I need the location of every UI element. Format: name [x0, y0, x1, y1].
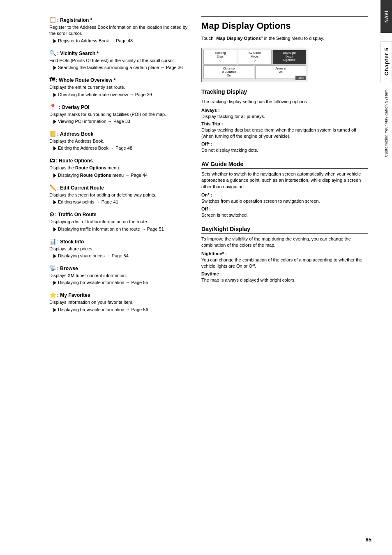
arrow-icon — [53, 227, 56, 231]
left-column: 📋: Registration * Register to the Addres… — [49, 16, 189, 539]
overlay-poi-ref: Viewing POI information → Page 33 — [53, 119, 189, 124]
stock-title: 📊: Stock Info — [49, 238, 189, 245]
av-guide-title: AV Guide Mode — [201, 161, 368, 169]
stock-desc: Displays share prices. — [49, 246, 189, 252]
section-route-options: 🗂: Route Options Displays the Route Opti… — [49, 157, 189, 177]
vicinity-icon: 🔍 — [49, 50, 56, 56]
customizing-tab: Customizing Your Navigation System — [380, 86, 392, 160]
address-book-ref: Editing the Address Book → Page 48 — [53, 146, 189, 150]
whole-route-desc: Displays the entire currently set route. — [49, 84, 189, 90]
section-overlay-poi: 📍 : Overlay POI Displays marks for surro… — [49, 104, 189, 124]
route-options-desc: Displays the Route Options menu. — [49, 165, 189, 171]
arrow-icon — [53, 254, 56, 258]
my-favorites-title: ⭐: My Favorites — [49, 291, 189, 298]
browse-ref: Displaying browsable information → Page … — [53, 280, 189, 285]
day-night-desc: To improve the visibility of the map dur… — [201, 236, 368, 249]
right-column: Map Display Options Touch "Map Display O… — [201, 16, 368, 539]
screen-cell-day-night: Day/NightDisp./Nighttime — [272, 50, 306, 65]
av-guide-on-desc: Switches from audio operation screen to … — [201, 198, 368, 204]
tracking-this-trip-title: This Trip : — [201, 121, 368, 126]
day-night-daytime-desc: The map is always displayed with bright … — [201, 277, 368, 283]
section-stock: 📊: Stock Info Displays share prices. Dis… — [49, 238, 189, 258]
av-guide-off-desc: Screen is not switched. — [201, 212, 368, 218]
overlay-poi-title: 📍 : Overlay POI — [49, 104, 189, 110]
route-options-ref: Displaying Route Options menu → Page 44 — [53, 173, 189, 178]
tracking-display-desc: The tracking display setting has the fol… — [201, 99, 368, 105]
section-traffic: ⊙: Traffic On Route Displaying a list of… — [49, 211, 189, 231]
edit-route-ref: Editing way points → Page 41 — [53, 199, 189, 204]
av-guide-off-title: Off : — [201, 206, 368, 211]
my-favorites-desc: Displays information on your favorite it… — [49, 299, 189, 305]
tracking-always-desc: Display tracking for all journeys. — [201, 113, 368, 120]
traffic-ref: Displaying traffic information on the ro… — [53, 227, 189, 231]
whole-route-ref: Checking the whole route overview → Page… — [53, 92, 189, 97]
browse-icon: 📡 — [49, 265, 56, 271]
registration-title: 📋: Registration * — [49, 16, 189, 23]
page-number: 65 — [366, 536, 371, 543]
screen-back-button[interactable]: Back — [295, 76, 306, 80]
tracking-display-title: Tracking Display — [201, 88, 368, 96]
section-registration: 📋: Registration * Register to the Addres… — [49, 16, 189, 43]
tracking-off-desc: Do not display tracking dots. — [201, 147, 368, 153]
my-favorites-ref: Displaying browsable information → Page … — [53, 307, 189, 312]
screen-grid-row1: TrackingDisp.○ AV GuideMode:○ Day/NightD… — [203, 50, 306, 65]
traffic-title: ⊙: Traffic On Route — [49, 211, 189, 217]
arrow-icon — [53, 173, 56, 178]
arrow-icon — [53, 281, 56, 285]
traffic-desc: Displaying a list of traffic information… — [49, 219, 189, 225]
section-my-favorites: ⭐: My Favorites Displays information on … — [49, 291, 189, 312]
tracking-always-title: Always : — [201, 108, 368, 113]
tracking-display-section: Tracking Display The tracking display se… — [201, 88, 368, 153]
overlay-icon: 📍 — [49, 104, 56, 110]
address-book-desc: Displays the Address Book. — [49, 138, 189, 144]
main-content: 📋: Registration * Register to the Addres… — [0, 0, 380, 555]
section-vicinity: 🔍: Vicinity Search * Find POIs (Points O… — [49, 50, 189, 70]
arrow-icon — [53, 39, 56, 43]
day-night-nighttime-desc: You can change the combination of the co… — [201, 257, 368, 270]
chapter-tab: Chapter 5 — [380, 41, 392, 82]
edit-route-desc: Displays the screen for adding or deleti… — [49, 192, 189, 198]
traffic-icon: ⊙ — [49, 211, 54, 217]
stock-icon: 📊 — [49, 238, 56, 245]
registration-ref: Register to Address Book → Page 48 — [53, 38, 189, 43]
av-guide-desc: Sets whether to switch to the navigation… — [201, 171, 368, 190]
tracking-off-title: Off* : — [201, 141, 368, 146]
map-display-intro: Touch "Map Display Options" in the Setti… — [201, 35, 368, 42]
browse-desc: Displays XM tuner content information. — [49, 273, 189, 279]
edit-route-title: ✏️: Edit Current Route — [49, 184, 189, 191]
arrow-icon — [53, 120, 56, 124]
addressbook-icon: 📒 — [49, 130, 56, 137]
side-tabs: NAVI Chapter 5 Customizing Your Navigati… — [380, 0, 392, 555]
arrow-icon — [53, 308, 56, 312]
day-night-nighttime-title: Nighttime* : — [201, 251, 368, 256]
arrow-icon — [53, 93, 56, 97]
arrow-icon — [53, 66, 56, 70]
screen-grid-row2: Close-upor JunctionOn Arrow inOn — [203, 65, 306, 79]
stock-ref: Displaying share prices → Page 54 — [53, 253, 189, 258]
registration-icon: 📋 — [49, 16, 56, 23]
section-address-book: 📒: Address Book Displays the Address Boo… — [49, 130, 189, 150]
day-night-daytime-title: Daytime : — [201, 271, 368, 276]
route-options-title: 🗂: Route Options — [49, 157, 189, 164]
editroute-icon: ✏️ — [49, 184, 56, 191]
browse-title: 📡: Browse — [49, 265, 189, 271]
screen-cell-tracking: TrackingDisp.○ — [203, 50, 237, 65]
screen-mockup: TrackingDisp.○ AV GuideMode:○ Day/NightD… — [201, 48, 308, 82]
vicinity-ref: Searching the facilities surrounding a c… — [53, 65, 189, 70]
map-display-title: Map Display Options — [201, 16, 368, 31]
routeoptions-icon: 🗂 — [49, 157, 55, 164]
arrow-icon — [53, 146, 56, 150]
section-browse: 📡: Browse Displays XM tuner content info… — [49, 265, 189, 285]
vicinity-title: 🔍: Vicinity Search * — [49, 50, 189, 56]
myfav-icon: ⭐ — [49, 291, 56, 298]
screen-cell-av-guide: AV GuideMode:○ — [238, 50, 272, 65]
tracking-this-trip-desc: Display tracking dots but erase them whe… — [201, 127, 368, 140]
whole-route-title: 🗺: Whole Route Overview * — [49, 76, 189, 83]
day-night-title: Day/Night Display — [201, 226, 368, 234]
av-guide-on-title: On* : — [201, 192, 368, 197]
registration-desc: Register to the Address Book information… — [49, 24, 189, 37]
av-guide-section: AV Guide Mode Sets whether to switch to … — [201, 161, 368, 218]
address-book-title: 📒: Address Book — [49, 130, 189, 137]
vicinity-desc: Find POIs (Points Of Interest) in the vi… — [49, 58, 189, 64]
overlay-poi-desc: Displays marks for surrounding facilitie… — [49, 111, 189, 118]
